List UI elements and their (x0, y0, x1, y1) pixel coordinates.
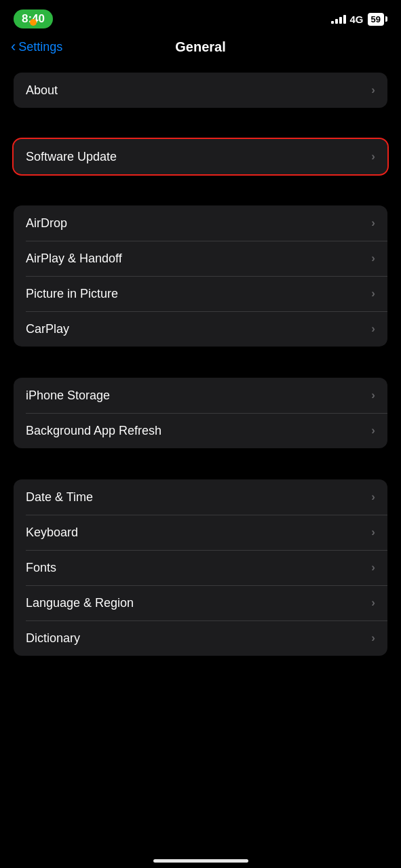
battery-level: 59 (368, 13, 384, 26)
row-label-iphone-storage: iPhone Storage (26, 389, 110, 403)
chevron-right-icon: › (371, 389, 375, 402)
row-label-airdrop: AirDrop (26, 216, 67, 231)
chevron-right-icon: › (371, 631, 375, 645)
row-label-picture-in-picture: Picture in Picture (26, 287, 118, 301)
settings-row-language-region[interactable]: Language & Region› (14, 585, 387, 620)
settings-list: About›Software Update›AirDrop›AirPlay & … (0, 73, 401, 656)
back-label: Settings (18, 40, 62, 54)
settings-section-1: About› (14, 73, 387, 108)
settings-section-4: iPhone Storage›Background App Refresh› (14, 378, 387, 448)
section-gap (0, 174, 401, 199)
page-title: General (175, 39, 225, 55)
row-label-carplay: CarPlay (26, 322, 69, 336)
back-chevron-icon: ‹ (11, 39, 16, 54)
settings-section-5: Date & Time›Keyboard›Fonts›Language & Re… (14, 479, 387, 656)
settings-section-3: AirDrop›AirPlay & Handoff›Picture in Pic… (14, 205, 387, 347)
settings-row-carplay[interactable]: CarPlay› (14, 311, 387, 347)
chevron-right-icon: › (371, 490, 375, 504)
chevron-right-icon: › (371, 424, 375, 437)
battery-indicator: 59 (368, 13, 387, 26)
settings-row-keyboard[interactable]: Keyboard› (14, 515, 387, 550)
chevron-right-icon: › (371, 150, 375, 163)
status-right: 4G 59 (331, 13, 387, 26)
chevron-right-icon: › (371, 252, 375, 265)
signal-bars (331, 14, 346, 24)
row-label-about: About (26, 83, 58, 98)
row-label-keyboard: Keyboard (26, 526, 78, 540)
row-label-airplay-handoff: AirPlay & Handoff (26, 252, 122, 266)
section-gap (0, 108, 401, 132)
settings-row-fonts[interactable]: Fonts› (14, 550, 387, 585)
settings-row-picture-in-picture[interactable]: Picture in Picture› (14, 276, 387, 311)
row-label-fonts: Fonts (26, 561, 56, 575)
chevron-right-icon: › (371, 216, 375, 230)
section-gap (0, 347, 401, 371)
status-bar: 8:40 4G 59 (0, 0, 401, 34)
chevron-right-icon: › (371, 322, 375, 336)
row-label-background-app-refresh: Background App Refresh (26, 424, 161, 438)
chevron-right-icon: › (371, 561, 375, 574)
settings-row-date-time[interactable]: Date & Time› (14, 479, 387, 515)
orange-dot (30, 19, 37, 26)
row-label-date-time: Date & Time (26, 490, 93, 505)
row-label-language-region: Language & Region (26, 596, 134, 610)
settings-row-software-update[interactable]: Software Update› (14, 139, 387, 174)
settings-row-airplay-handoff[interactable]: AirPlay & Handoff› (14, 241, 387, 276)
chevron-right-icon: › (371, 83, 375, 97)
settings-row-background-app-refresh[interactable]: Background App Refresh› (14, 413, 387, 448)
chevron-right-icon: › (371, 596, 375, 610)
chevron-right-icon: › (371, 526, 375, 539)
back-button[interactable]: ‹ Settings (11, 40, 62, 54)
battery-tip (385, 16, 387, 22)
nav-bar: ‹ Settings General (0, 34, 401, 66)
row-label-dictionary: Dictionary (26, 631, 80, 646)
network-type: 4G (350, 14, 364, 25)
settings-row-about[interactable]: About› (14, 73, 387, 108)
home-indicator (153, 859, 248, 863)
settings-row-airdrop[interactable]: AirDrop› (14, 205, 387, 241)
section-gap (0, 448, 401, 473)
settings-row-dictionary[interactable]: Dictionary› (14, 620, 387, 656)
settings-row-iphone-storage[interactable]: iPhone Storage› (14, 378, 387, 413)
row-label-software-update: Software Update (26, 150, 117, 164)
settings-section-2: Software Update› (14, 139, 387, 174)
chevron-right-icon: › (371, 287, 375, 300)
